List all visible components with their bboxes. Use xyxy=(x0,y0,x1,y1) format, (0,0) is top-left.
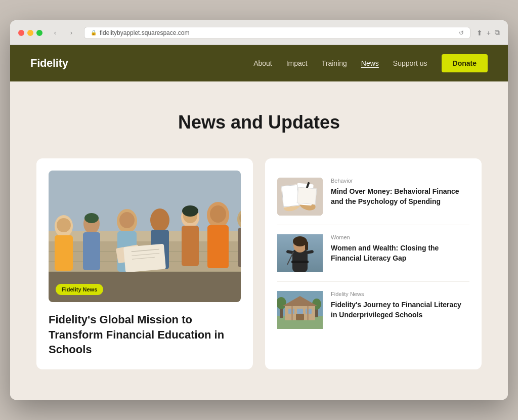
lock-icon: 🔒 xyxy=(91,30,97,35)
news-grid: Fidelity News Fidelity's Global Mission … xyxy=(36,158,482,369)
svg-rect-50 xyxy=(305,241,308,250)
article-3-category: Fidelity News xyxy=(331,291,469,297)
svg-line-42 xyxy=(298,195,310,196)
svg-rect-66 xyxy=(291,306,293,320)
side-article-3[interactable]: Fidelity News Fidelity's Journey to Fina… xyxy=(277,282,469,338)
nav-impact[interactable]: Impact xyxy=(286,59,308,67)
donate-button[interactable]: Donate xyxy=(442,54,488,72)
browser-actions: ⬆ + ⧉ xyxy=(477,28,500,37)
article-1-image xyxy=(277,178,323,216)
traffic-lights xyxy=(18,30,42,36)
article-1-category: Behavior xyxy=(331,178,469,184)
side-article-1[interactable]: Behavior Mind Over Money: Behavioral Fin… xyxy=(277,169,469,225)
article-3-title: Fidelity's Journey to Financial Literacy… xyxy=(331,300,469,320)
new-tab-icon[interactable]: + xyxy=(487,29,491,37)
maximize-button[interactable] xyxy=(36,30,42,36)
article-2-title: Women and Wealth: Closing the Financial … xyxy=(331,243,469,263)
featured-badge: Fidelity News xyxy=(56,284,103,295)
minimize-button[interactable] xyxy=(27,30,33,36)
article-3-image xyxy=(277,291,323,329)
svg-point-23 xyxy=(182,205,198,217)
svg-rect-25 xyxy=(207,225,229,268)
svg-rect-63 xyxy=(297,309,303,314)
site-nav: About Impact Training News Support us Do… xyxy=(253,54,488,72)
svg-point-49 xyxy=(293,236,307,246)
close-button[interactable] xyxy=(18,30,24,36)
nav-about[interactable]: About xyxy=(253,59,272,67)
website: Fidelity About Impact Training News Supp… xyxy=(10,45,508,400)
svg-point-8 xyxy=(57,218,71,232)
article-2-content: Women Women and Wealth: Closing the Fina… xyxy=(331,234,469,272)
address-bar[interactable]: 🔒 fidelitybyapplet.squarespace.com ↺ xyxy=(84,27,470,39)
side-article-2[interactable]: Women Women and Wealth: Closing the Fina… xyxy=(277,225,469,282)
back-button[interactable]: ‹ xyxy=(49,26,62,39)
main-content: News and Updates xyxy=(10,81,508,400)
svg-rect-10 xyxy=(83,232,100,270)
svg-line-40 xyxy=(299,188,311,189)
url-text: fidelitybyapplet.squarespace.com xyxy=(100,29,189,36)
article-1-content: Behavior Mind Over Money: Behavioral Fin… xyxy=(331,178,469,216)
featured-card[interactable]: Fidelity News Fidelity's Global Mission … xyxy=(36,158,253,369)
forward-button[interactable]: › xyxy=(65,26,78,39)
browser-chrome: ‹ › 🔒 fidelitybyapplet.squarespace.com ↺… xyxy=(10,20,508,45)
site-logo[interactable]: Fidelity xyxy=(30,57,68,70)
svg-point-26 xyxy=(210,205,226,223)
featured-title: Fidelity's Global Mission to Transform F… xyxy=(49,312,241,357)
svg-point-19 xyxy=(152,212,167,227)
svg-rect-39 xyxy=(295,183,314,206)
tabs-icon[interactable]: ⧉ xyxy=(495,28,500,37)
svg-rect-28 xyxy=(238,228,241,267)
browser-nav: ‹ › xyxy=(49,26,78,39)
browser-window: ‹ › 🔒 fidelitybyapplet.squarespace.com ↺… xyxy=(10,20,508,400)
svg-point-12 xyxy=(84,213,99,223)
svg-rect-21 xyxy=(182,226,199,266)
svg-rect-38 xyxy=(281,184,300,207)
svg-rect-47 xyxy=(291,261,309,263)
featured-image xyxy=(49,171,241,302)
nav-training[interactable]: Training xyxy=(322,59,347,67)
nav-news[interactable]: News xyxy=(361,59,379,67)
article-1-title: Mind Over Money: Behavioral Finance and … xyxy=(331,187,469,206)
side-articles: Behavior Mind Over Money: Behavioral Fin… xyxy=(265,158,482,369)
site-header: Fidelity About Impact Training News Supp… xyxy=(10,45,508,81)
share-icon[interactable]: ⬆ xyxy=(477,29,483,37)
nav-support[interactable]: Support us xyxy=(393,59,427,67)
reload-icon[interactable]: ↺ xyxy=(459,29,464,36)
svg-rect-7 xyxy=(55,235,73,271)
article-2-category: Women xyxy=(331,234,469,240)
svg-line-41 xyxy=(298,191,310,193)
featured-image-wrap: Fidelity News xyxy=(49,171,241,302)
page-title: News and Updates xyxy=(30,112,488,133)
svg-point-15 xyxy=(119,212,135,228)
article-3-content: Fidelity News Fidelity's Journey to Fina… xyxy=(331,291,469,329)
svg-rect-65 xyxy=(296,314,304,320)
article-2-image xyxy=(277,234,323,272)
svg-rect-67 xyxy=(307,306,309,320)
